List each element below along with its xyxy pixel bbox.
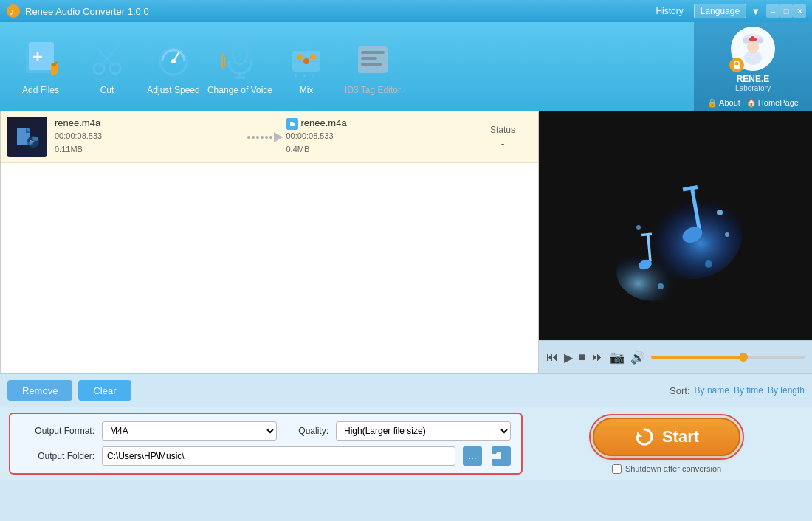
folder-open-btn[interactable]: [492, 446, 511, 466]
start-label: Start: [662, 427, 699, 446]
quality-select[interactable]: High(Larger file size) Medium Low: [336, 421, 511, 441]
svg-text:♪: ♪: [303, 72, 306, 79]
svg-text:♪: ♪: [312, 72, 315, 79]
shutdown-checkbox[interactable]: [612, 464, 622, 474]
add-files-label: Add Files: [22, 85, 59, 95]
id3-label: ID3 Tag Editor: [345, 85, 401, 95]
toolbar: Add Files Cut: [0, 22, 694, 111]
player-bar: ⏮ ▶ ■ ⏭ 📷 🔊: [539, 340, 812, 373]
player-progress-thumb: [739, 353, 748, 362]
svg-rect-38: [749, 38, 757, 41]
close-btn[interactable]: ✕: [793, 4, 806, 18]
table-row: renee.m4a 00:00:08.533 0.11MB: [1, 111, 538, 163]
language-dropdown-icon: ▼: [751, 6, 760, 17]
player-next-btn[interactable]: ⏭: [592, 351, 604, 364]
svg-point-65: [705, 260, 712, 268]
start-button[interactable]: Start: [593, 418, 740, 456]
svg-point-66: [658, 283, 664, 289]
svg-point-51: [265, 136, 268, 139]
player-progress-fill: [651, 356, 743, 359]
output-file-info: renee.m4a 00:00:08.533 0.4MB: [286, 117, 474, 156]
sort-by-time[interactable]: By time: [734, 385, 763, 396]
player-play-btn[interactable]: ▶: [564, 351, 573, 365]
brand-sub: Laboratory: [735, 84, 771, 92]
sort-by-length[interactable]: By length: [768, 385, 805, 396]
svg-point-40: [747, 41, 759, 53]
toolbar-id3-tag-editor[interactable]: ID3 Tag Editor: [340, 26, 406, 107]
homepage-link[interactable]: 🏠HomePage: [746, 98, 799, 108]
minimize-btn[interactable]: –: [766, 4, 780, 18]
remove-button[interactable]: Remove: [7, 380, 72, 401]
svg-rect-29: [361, 51, 385, 54]
file-list-area: renee.m4a 00:00:08.533 0.11MB: [0, 111, 539, 373]
top-area: Add Files Cut: [0, 22, 812, 111]
about-link[interactable]: 🔒About: [707, 98, 740, 108]
svg-point-49: [256, 136, 259, 139]
status-header: Status: [473, 125, 532, 135]
cut-icon: [89, 38, 125, 82]
player-progress-bar[interactable]: [651, 356, 805, 359]
toolbar-add-files[interactable]: Add Files: [7, 26, 74, 107]
svg-point-14: [171, 59, 176, 63]
svg-point-22: [297, 54, 303, 60]
start-refresh-icon: [634, 427, 655, 447]
output-size: 0.4MB: [286, 143, 474, 156]
output-right-panel: Start Shutdown after conversion: [530, 413, 803, 475]
player-volume-btn[interactable]: 🔊: [630, 351, 645, 365]
adjust-speed-icon: [155, 38, 192, 82]
change-voice-icon: [221, 38, 258, 82]
cut-label: Cut: [100, 85, 114, 95]
output-left-panel: Output Format: M4A MP3 WAV FLAC AAC OGG …: [9, 413, 523, 475]
svg-point-23: [303, 58, 309, 64]
player-stop-btn[interactable]: ■: [579, 351, 586, 364]
svg-rect-41: [734, 65, 740, 69]
source-size: 0.11MB: [55, 143, 242, 156]
svg-point-52: [269, 136, 272, 139]
svg-point-55: [616, 242, 690, 301]
format-select[interactable]: M4A MP3 WAV FLAC AAC OGG: [102, 421, 277, 441]
status-col: Status -: [473, 125, 532, 150]
add-files-icon: [22, 38, 59, 82]
app-title: Renee Audio Converter 1.0.0: [25, 6, 656, 17]
svg-point-24: [310, 54, 316, 60]
svg-point-9: [110, 63, 120, 74]
svg-point-46: [27, 141, 33, 145]
app-logo-icon: ♪: [6, 4, 21, 18]
adjust-speed-label: Adjust Speed: [147, 85, 199, 95]
toolbar-adjust-speed[interactable]: Adjust Speed: [140, 26, 207, 107]
toolbar-cut[interactable]: Cut: [74, 26, 140, 107]
format-row: Output Format: M4A MP3 WAV FLAC AAC OGG …: [21, 421, 511, 441]
format-label: Output Format:: [21, 426, 94, 436]
bottom-bar: Remove Clear Sort: By name By time By le…: [0, 373, 812, 407]
language-btn[interactable]: Language: [694, 4, 746, 18]
folder-browse-btn[interactable]: …: [463, 446, 482, 466]
folder-input[interactable]: [102, 446, 455, 466]
svg-point-63: [725, 232, 729, 237]
source-file-info: renee.m4a 00:00:08.533 0.11MB: [55, 117, 242, 156]
start-btn-wrap: Start: [589, 414, 744, 460]
svg-point-62: [717, 210, 723, 215]
svg-point-17: [233, 44, 247, 64]
brand-name: RENE.E: [737, 74, 770, 84]
svg-point-45: [32, 137, 38, 141]
svg-text:♪: ♪: [294, 72, 297, 79]
output-duration: 00:00:08.533: [286, 130, 474, 143]
maximize-btn[interactable]: □: [780, 4, 793, 18]
shutdown-row: Shutdown after conversion: [612, 464, 721, 474]
sort-by-name[interactable]: By name: [695, 385, 729, 396]
output-filename: renee.m4a: [301, 117, 347, 128]
player-camera-btn[interactable]: 📷: [610, 351, 625, 365]
toolbar-mix[interactable]: ♪ ♪ ♪ Mix: [273, 26, 340, 107]
about-home-links: 🔒About 🏠HomePage: [707, 98, 799, 108]
svg-rect-31: [361, 63, 382, 66]
output-file-icon: [286, 118, 298, 130]
svg-rect-30: [361, 57, 377, 60]
id3-icon: [354, 38, 391, 82]
history-link[interactable]: History: [656, 6, 683, 16]
clear-button[interactable]: Clear: [78, 380, 131, 401]
svg-point-8: [94, 63, 104, 74]
shutdown-label: Shutdown after conversion: [625, 464, 721, 473]
player-prev-btn[interactable]: ⏮: [546, 351, 558, 364]
source-duration: 00:00:08.533: [55, 130, 242, 143]
toolbar-change-voice[interactable]: Change of Voice: [207, 26, 273, 107]
